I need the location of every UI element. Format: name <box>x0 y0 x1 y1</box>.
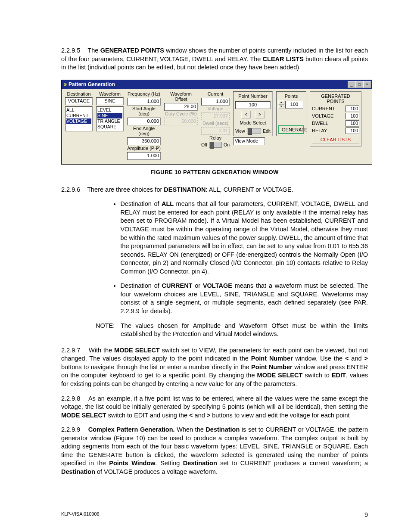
para-2296: 2.2.9.6 There are three choices for DEST… <box>61 186 368 194</box>
next-point-button[interactable]: > <box>255 111 265 118</box>
destination-selected[interactable]: VOLTAGE <box>65 97 93 105</box>
window-title: Pattern Generation <box>68 81 115 87</box>
bullet-current-voltage: Destination of CURRENT or VOLTAGE means … <box>120 282 368 315</box>
bold: MODE SELECT <box>114 347 160 354</box>
waveform-option[interactable]: LEVEL <box>97 107 122 113</box>
text: window. Use the <box>293 355 345 362</box>
note: NOTE: The values chosen for Amplitude an… <box>96 322 368 339</box>
waveform-option[interactable]: SINE <box>97 113 122 118</box>
points-up-button[interactable]: ▴ <box>278 100 284 105</box>
bold: > <box>207 412 210 419</box>
relay-label: Relay <box>201 135 230 140</box>
clear-lists-button[interactable]: CLEAR LISTS <box>312 136 359 143</box>
text: : ALL, CURRENT or VOLTAGE. <box>206 186 293 193</box>
waveform-offset-field[interactable]: 28.00 <box>164 103 198 111</box>
gp-value: 100 <box>346 106 359 112</box>
frequency-label: Frequency (Hz) <box>127 91 161 96</box>
text: and <box>349 355 364 362</box>
gp-key: RELAY <box>312 128 327 133</box>
close-button[interactable]: × <box>363 81 371 88</box>
para-2295: 2.2.9.5 The GENERATED POINTS window show… <box>61 47 368 72</box>
minimize-button[interactable]: _ <box>348 81 355 88</box>
bullet-all: Destination of ALL means that all four p… <box>120 200 368 276</box>
para-2297: 2.2.9.7 With the MODE SELECT switch set … <box>61 346 368 389</box>
dwell-field: 0.01 <box>201 127 230 135</box>
destination-option[interactable]: ALL <box>66 107 91 113</box>
pattern-generation-window: ⊛ Pattern Generation _ □ × Destination V… <box>61 80 372 165</box>
voltage-field: 27.937 <box>201 112 230 120</box>
generated-points-panel: GENERATED POINTS CURRENT100 VOLTAGE100 D… <box>310 91 361 146</box>
waveform-selected[interactable]: SINE <box>96 97 124 105</box>
bold: Complex Pattern Generation. <box>88 426 175 433</box>
point-number-field[interactable]: 100 <box>235 101 271 109</box>
text: . Setting <box>156 460 183 467</box>
generate-button[interactable]: GENERATE <box>278 125 304 134</box>
para-2298: 2.2.9.8 As an example, if a five point l… <box>61 395 368 420</box>
amplitude-label: Amplitude (P-P) <box>127 146 161 151</box>
voltage-label: Voltage <box>201 106 230 111</box>
sec-num: 2.2.9.7 <box>61 347 80 354</box>
footer-left: KLP-VISA 010906 <box>61 511 100 518</box>
dwell-label: Dwell (secs) <box>201 121 230 126</box>
mode-select-slider[interactable] <box>247 128 261 134</box>
duty-cycle-label: Duty Cycle (%) <box>164 111 198 116</box>
bold: CLEAR LISTS <box>263 56 304 62</box>
text: of VOLTAGE produces a voltage waveform. <box>95 468 218 475</box>
sec-num: 2.2.9.9 <box>61 426 80 433</box>
waveform-offset-label: Waveform Offset <box>164 91 198 102</box>
text: As an example, if a five point list was … <box>61 395 368 411</box>
destination-option[interactable]: VOLTAGE <box>66 118 91 124</box>
bold: Points Window <box>109 460 155 467</box>
text: When the <box>175 426 206 433</box>
page-number: 9 <box>364 511 368 518</box>
current-field[interactable]: 1.000 <box>201 98 230 106</box>
gp-key: VOLTAGE <box>312 113 333 118</box>
text: Destination of <box>120 282 162 289</box>
destination-bullets: Destination of ALL means that all four p… <box>113 200 368 315</box>
start-angle-field[interactable]: 0.000 <box>127 118 161 125</box>
destination-option[interactable]: CURRENT <box>66 113 91 118</box>
sec-num: 2.2.9.6 <box>61 186 80 193</box>
current-label: Current <box>201 91 230 96</box>
points-down-button[interactable]: ▾ <box>278 105 284 109</box>
mode-edit-label: Edit <box>263 128 271 134</box>
text: Destination of <box>120 200 162 207</box>
points-field[interactable]: 100 <box>285 101 303 109</box>
bold: MODE SELECT <box>257 372 303 379</box>
view-mode-readout: View Mode <box>233 137 265 145</box>
gp-value: 100 <box>346 113 359 119</box>
relay-slider[interactable] <box>209 142 222 148</box>
bold: Destination <box>206 426 240 433</box>
page: 2.2.9.5 The GENERATED POINTS window show… <box>0 0 411 532</box>
text: buttons to view and edit the voltage for… <box>210 412 349 419</box>
waveform-label: Waveform <box>96 91 124 96</box>
duty-cycle-field: 50.000 <box>164 118 198 125</box>
relay-on-label: On <box>224 142 230 147</box>
note-label: NOTE: <box>96 322 121 339</box>
text: switch to EDIT and using the <box>106 412 189 419</box>
app-icon: ⊛ <box>63 82 67 87</box>
waveform-list[interactable]: LEVEL SINE TRIANGLE SQUARE <box>96 106 124 131</box>
prev-point-button[interactable]: < <box>241 111 251 118</box>
bold: Destination <box>183 460 217 467</box>
destination-list[interactable]: ALL CURRENT VOLTAGE <box>65 106 93 131</box>
figure-caption: FIGURE 10 PATTERN GENERATION WINDOW <box>61 169 368 175</box>
maximize-button[interactable]: □ <box>355 81 363 88</box>
bold: > <box>364 355 368 362</box>
waveform-option[interactable]: TRIANGLE <box>97 118 122 124</box>
note-text: The values chosen for Amplitude and Wave… <box>121 322 368 339</box>
amplitude-field[interactable]: 1.000 <box>127 152 161 160</box>
text: The <box>87 47 100 54</box>
bold: VOLTAGE <box>203 282 232 289</box>
frequency-field[interactable]: 1.000 <box>127 98 161 106</box>
bold: MODE SELECT <box>61 412 106 419</box>
relay-off-label: Off <box>201 142 207 147</box>
waveform-option[interactable]: SQUARE <box>97 124 122 130</box>
bold: DESTINATION <box>164 186 206 193</box>
text: means that all four parameters, CURRENT,… <box>120 200 368 275</box>
text: switch to <box>302 372 332 379</box>
para-2299: 2.2.9.9 Complex Pattern Generation. When… <box>61 426 368 476</box>
point-number-label: Point Number <box>235 93 271 99</box>
end-angle-field[interactable]: 360.000 <box>127 137 161 145</box>
text: set to CURRENT produces a current wavefo… <box>217 460 368 467</box>
